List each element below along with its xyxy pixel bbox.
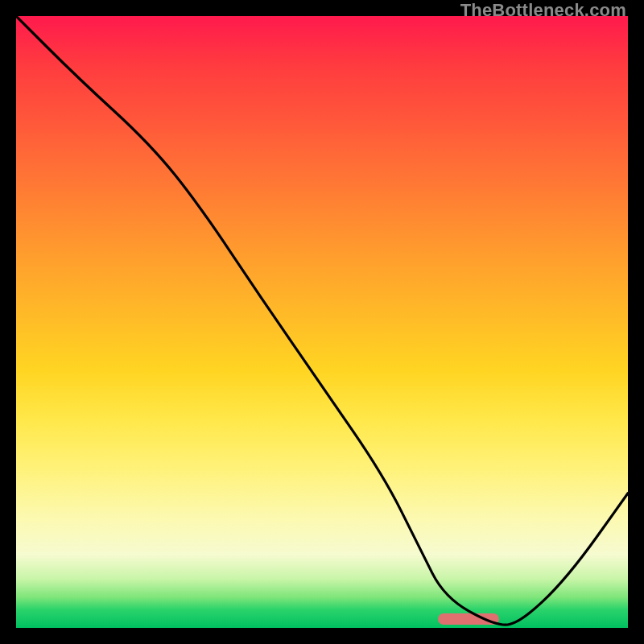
bottleneck-curve bbox=[16, 16, 628, 625]
chart-container: TheBottleneck.com bbox=[0, 0, 644, 644]
chart-svg bbox=[16, 16, 628, 628]
watermark-text: TheBottleneck.com bbox=[460, 0, 626, 21]
plot-area bbox=[16, 16, 628, 628]
